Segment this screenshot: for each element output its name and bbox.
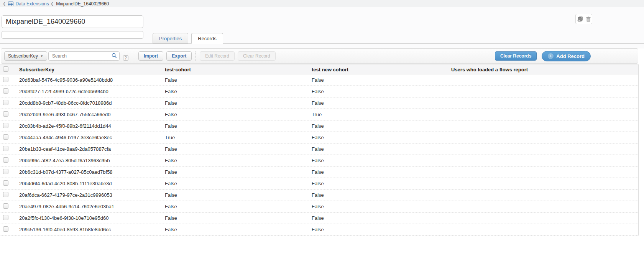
trash-icon[interactable] [586,16,591,22]
breadcrumb-current-page: MixpanelDE_1640029660 [56,1,109,7]
cell-subscriber-key: 20a2f5fc-f130-4be6-9f38-10e710e95d60 [16,215,162,221]
help-icon[interactable]: ? [123,55,128,61]
cell-test-cohort: False [162,100,309,106]
export-button[interactable]: Export [166,51,192,61]
search-field-dropdown[interactable]: SubscriberKey ▼ [4,51,47,61]
row-checkbox[interactable] [3,180,8,186]
table-row[interactable]: 20ae4979-082e-4db6-9c14-7602e6e03ba1 Fal… [0,201,638,213]
cell-test-cohort: False [162,215,309,221]
records-toolbar: SubscriberKey ▼ ? Import Export Edit Rec… [1,48,638,64]
row-checkbox[interactable] [3,88,8,94]
row-checkbox[interactable] [3,146,8,151]
table-row[interactable]: 20be1b33-ceaf-41ce-8aa9-2da057887cfa Fal… [0,143,638,155]
breadcrumb-back-icon[interactable]: ❮ [3,2,6,6]
records-table: SubscriberKey test-cohort test new cohor… [0,64,639,236]
tab-properties-label: Properties [159,36,182,41]
cell-test-cohort: False [162,77,309,83]
table-row[interactable]: 20cb2bb9-9ee6-493f-bc67-755fcca66ed0 Fal… [0,109,638,120]
row-checkbox-cell [0,77,16,83]
cell-test-cohort: False [162,158,309,163]
search-icon [112,53,117,59]
cell-subscriber-key: 20cb2bb9-9ee6-493f-bc67-755fcca66ed0 [16,112,162,117]
description-input[interactable] [2,31,143,39]
search-button[interactable] [110,53,118,59]
cell-subscriber-key: 20c44aaa-434c-4946-b197-3e3ce6fae8ec [16,135,162,140]
table-row[interactable]: 20af6dca-6627-4179-97ce-2a31c9996053 Fal… [0,189,638,201]
row-checkbox-cell [0,111,16,118]
cell-test-new-cohort: False [309,227,448,232]
table-row[interactable]: 20d3fd27-172f-4939-b72c-6cfedb69f4b0 Fal… [0,86,638,97]
cell-test-new-cohort: False [309,181,448,186]
clear-records-button[interactable]: Clear Records [495,51,537,61]
column-header-flows-report[interactable]: Users who loaded a flows report [448,67,638,72]
table-row[interactable]: 20c83b4b-ad2e-45f0-89b2-6f2114dd1d44 Fal… [0,120,638,132]
column-header-test-cohort[interactable]: test-cohort [162,67,309,72]
row-checkbox[interactable] [3,169,8,174]
search-input[interactable] [48,51,120,61]
search-field-dropdown-value: SubscriberKey [8,53,38,59]
tab-properties[interactable]: Properties [153,33,188,44]
cell-subscriber-key: 20af6dca-6627-4179-97ce-2a31c9996053 [16,192,162,198]
row-checkbox[interactable] [3,111,8,117]
cell-test-cohort: False [162,227,309,232]
breadcrumb-link-data-extensions[interactable]: Data Extensions [15,1,49,7]
cell-test-cohort: False [162,169,309,175]
table-row[interactable]: 20b6c31d-b07d-4377-a027-85c0aed7bf58 Fal… [0,166,638,178]
table-row[interactable]: 20bb9f6c-af82-47ea-805d-f6a13963c95b Fal… [0,155,638,166]
row-checkbox[interactable] [3,157,8,163]
header-checkbox-cell [0,66,16,73]
row-checkbox[interactable] [3,100,8,105]
clear-record-button[interactable]: Clear Record [238,51,276,61]
cell-subscriber-key: 20ae4979-082e-4db6-9c14-7602e6e03ba1 [16,204,162,209]
cell-test-cohort: False [162,192,309,198]
copy-icon[interactable] [577,16,583,22]
cell-subscriber-key: 20be1b33-ceaf-41ce-8aa9-2da057887cfa [16,146,162,152]
row-checkbox-cell [0,215,16,221]
column-header-subscriber-key[interactable]: SubscriberKey [16,67,162,72]
table-body: 20d63baf-5476-4c95-9036-a90e5148bdd8 Fal… [0,74,638,236]
row-checkbox[interactable] [3,134,8,140]
row-checkbox[interactable] [3,203,8,209]
row-checkbox-cell [0,180,16,187]
toolbar-right: Clear Records + Add Record [495,51,635,61]
table-row[interactable]: 20d63baf-5476-4c95-9036-a90e5148bdd8 Fal… [0,74,638,86]
row-checkbox[interactable] [3,192,8,197]
row-checkbox[interactable] [3,123,8,128]
add-record-button[interactable]: + Add Record [542,51,591,61]
breadcrumb: ❮ Data Extensions ❮ MixpanelDE_164002966… [0,0,644,7]
cell-test-new-cohort: False [309,204,448,209]
chevron-down-icon: ▼ [40,54,43,58]
table-header-row: SubscriberKey test-cohort test new cohor… [0,64,638,74]
row-checkbox[interactable] [3,215,8,220]
cell-subscriber-key: 20b6c31d-b07d-4377-a027-85c0aed7bf58 [16,169,162,175]
header-zone: Properties Records [0,7,644,48]
import-button[interactable]: Import [138,51,163,61]
table-row[interactable]: 20cdd8b8-9cb7-48db-86cc-8fdc7018986d Fal… [0,97,638,109]
cell-test-new-cohort: False [309,146,448,152]
cell-test-cohort: False [162,112,309,117]
cell-test-cohort: False [162,146,309,152]
select-all-checkbox[interactable] [3,66,8,72]
cell-test-cohort: False [162,181,309,186]
table-row[interactable]: 20b4d6f4-6dad-4c20-808b-1111e30abe3d Fal… [0,178,638,189]
column-header-test-new-cohort[interactable]: test new cohort [309,67,448,72]
row-checkbox[interactable] [3,77,8,82]
cell-subscriber-key: 209c5136-16f0-40ed-8593-81b8fe8dd6cc [16,227,162,232]
name-input[interactable] [2,15,143,28]
row-checkbox-cell [0,157,16,164]
row-checkbox-cell [0,203,16,210]
row-checkbox-cell [0,169,16,175]
tab-records[interactable]: Records [191,33,223,44]
breadcrumb-separator-icon: ❮ [51,2,54,6]
row-checkbox-cell [0,192,16,198]
table-row[interactable]: 209c5136-16f0-40ed-8593-81b8fe8dd6cc Fal… [0,224,638,236]
cell-subscriber-key: 20bb9f6c-af82-47ea-805d-f6a13963c95b [16,158,162,163]
cell-test-new-cohort: False [309,135,448,140]
cell-test-cohort: True [162,135,309,140]
table-row[interactable]: 20c44aaa-434c-4946-b197-3e3ce6fae8ec Tru… [0,132,638,143]
row-checkbox[interactable] [3,226,8,232]
data-extension-grid-icon [8,2,13,6]
cell-test-cohort: False [162,204,309,209]
table-row[interactable]: 20a2f5fc-f130-4be6-9f38-10e710e95d60 Fal… [0,213,638,224]
edit-record-button[interactable]: Edit Record [200,51,235,61]
